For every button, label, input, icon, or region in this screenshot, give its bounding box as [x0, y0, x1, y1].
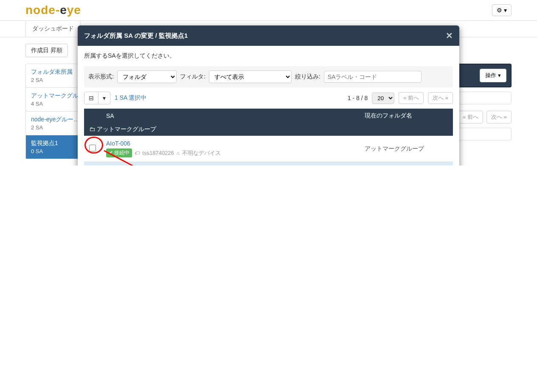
row-checkbox[interactable] [89, 145, 96, 151]
col-sa: SA [101, 109, 360, 123]
header: node-eye ⚙ ▾ [0, 0, 537, 21]
modal-header: フォルダ所属 SA の変更 / 監視拠点1 ✕ [78, 25, 459, 46]
modal-next-button[interactable]: 次へ » [428, 92, 453, 104]
modal-prev-button[interactable]: « 前へ [399, 92, 424, 104]
sort-select[interactable]: 作成日 昇順 [25, 44, 68, 57]
sa-table: SA 現在のフォルダ名 🗀 アットマークグループAIoT-006✔ 接続中🏷ts… [84, 109, 453, 165]
table-row[interactable]: AIoT-006✔ 接続中🏷tss18740226⌂不明なデバイスアットマークグ… [84, 136, 453, 162]
logo: node-eye [25, 3, 81, 17]
display-format-select[interactable]: フォルダ [117, 70, 177, 83]
modal-instruction: 所属するSAを選択してください。 [84, 52, 453, 60]
sa-code: tss18740226 [142, 150, 174, 156]
group-header: 🗀 アットマークグループ [84, 123, 453, 136]
modal-title: フォルダ所属 SA の変更 / 監視拠点1 [84, 32, 188, 40]
selection-count[interactable]: 1 SA 選択中 [115, 94, 146, 102]
prev-page-button[interactable]: « 前へ [458, 111, 483, 123]
col-folder: 現在のフォルダ名 [360, 109, 453, 123]
sa-meta: ✔ 接続中🏷tss18740226⌂不明なデバイス [106, 148, 354, 157]
modal-change-folder-sa: フォルダ所属 SA の変更 / 監視拠点1 ✕ 所属するSAを選択してください。… [78, 25, 459, 165]
device-icon: ⌂ [177, 150, 180, 156]
gear-menu-button[interactable]: ⚙ ▾ [492, 4, 512, 16]
filter-label: フィルタ: [180, 73, 205, 81]
bulk-check-dropdown[interactable]: ▾ [98, 92, 110, 104]
folder-name: アットマークグループ [360, 162, 453, 166]
sa-device: 不明なデバイス [182, 149, 221, 157]
search-input[interactable] [324, 71, 422, 83]
sa-name: AIoT-006 [106, 140, 354, 147]
table-row[interactable]: AIoT-001✔ 接続中🏷tss21373220⌂Armadillo-IoT … [84, 162, 453, 166]
control-row: ⊟ ▾ 1 SA 選択中 1 - 8 / 8 20 « 前へ 次へ » [84, 92, 453, 104]
display-format-label: 表示形式: [88, 73, 114, 81]
action-menu-button[interactable]: 操作 ▾ [480, 69, 506, 82]
filter-row: 表示形式: フォルダ フィルタ: すべて表示 絞り込み: [84, 66, 453, 87]
bulk-check-toggle[interactable]: ⊟ [84, 92, 98, 104]
bulk-check-group: ⊟ ▾ [84, 92, 110, 104]
filter-select[interactable]: すべて表示 [209, 70, 292, 83]
page-size-select[interactable]: 20 [372, 92, 394, 104]
range-text: 1 - 8 / 8 [348, 95, 368, 101]
status-badge: ✔ 接続中 [106, 148, 132, 157]
next-page-button[interactable]: 次へ » [486, 111, 512, 123]
tab-dashboard[interactable]: ダッシュボード [25, 20, 81, 37]
modal-close-icon[interactable]: ✕ [446, 31, 453, 41]
tag-icon: 🏷 [135, 150, 140, 156]
folder-icon: 🗀 [89, 126, 97, 132]
search-label: 絞り込み: [295, 73, 321, 81]
folder-name: アットマークグループ [360, 136, 453, 162]
